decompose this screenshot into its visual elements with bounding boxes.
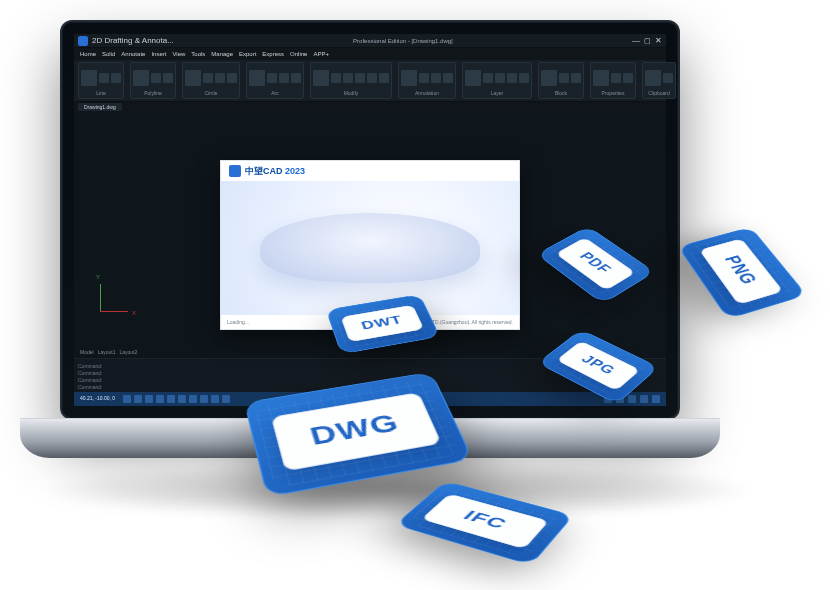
ribbon-tool-icon[interactable]	[507, 73, 517, 83]
ribbon-group-label: Clipboard	[645, 90, 673, 96]
menu-manage[interactable]: Manage	[211, 51, 233, 57]
layout-tab-layout2[interactable]: Layout2	[119, 349, 137, 355]
ribbon-group-annotation: Annotation	[398, 62, 456, 99]
status-toggle-icon[interactable]	[189, 395, 197, 403]
product-name: 中望CAD 2023	[245, 165, 305, 178]
file-ext-label: DWG	[271, 392, 441, 472]
document-tab[interactable]: Drawing1.dwg	[78, 103, 122, 111]
status-toggles	[123, 395, 230, 403]
ribbon-tool-icon[interactable]	[559, 73, 569, 83]
status-toggle-icon[interactable]	[178, 395, 186, 403]
ribbon-tool-icon[interactable]	[133, 70, 149, 86]
ribbon-tool-icon[interactable]	[419, 73, 429, 83]
ribbon-tool-icon[interactable]	[465, 70, 481, 86]
ribbon-tool-icon[interactable]	[291, 73, 301, 83]
status-toggle-icon[interactable]	[222, 395, 230, 403]
ribbon-tool-icon[interactable]	[623, 73, 633, 83]
ribbon-tool-icon[interactable]	[267, 73, 277, 83]
ribbon-tool-icon[interactable]	[331, 73, 341, 83]
ribbon-tool-icon[interactable]	[279, 73, 289, 83]
ribbon-group-label: Line	[81, 90, 121, 96]
ribbon-tool-icon[interactable]	[519, 73, 529, 83]
menubar: HomeSolidAnnotateInsertViewToolsManageEx…	[74, 48, 666, 60]
status-toggle-icon[interactable]	[167, 395, 175, 403]
layout-tab-model[interactable]: Model	[80, 349, 94, 355]
ribbon-tool-icon[interactable]	[401, 70, 417, 86]
menu-online[interactable]: Online	[290, 51, 307, 57]
file-ext-label: PNG	[699, 238, 784, 305]
menu-view[interactable]: View	[172, 51, 185, 57]
ribbon-tool-icon[interactable]	[571, 73, 581, 83]
ribbon-tool-icon[interactable]	[203, 73, 213, 83]
menu-home[interactable]: Home	[80, 51, 96, 57]
product-year: 2023	[285, 166, 305, 176]
ribbon-tool-icon[interactable]	[367, 73, 377, 83]
maximize-icon[interactable]: ▢	[644, 37, 651, 45]
menu-tools[interactable]: Tools	[191, 51, 205, 57]
titlebar: 2D Drafting & Annota... Professional Edi…	[74, 34, 666, 48]
ribbon-tool-icon[interactable]	[495, 73, 505, 83]
ribbon-tool-icon[interactable]	[343, 73, 353, 83]
ribbon-group-label: Block	[541, 90, 581, 96]
ribbon-group-properties: Properties	[590, 62, 636, 99]
ribbon-group-label: Arc	[249, 90, 301, 96]
ribbon-tool-icon[interactable]	[111, 73, 121, 83]
ribbon-group-line: Line	[78, 62, 124, 99]
ribbon-tool-icon[interactable]	[379, 73, 389, 83]
ribbon-tool-icon[interactable]	[185, 70, 201, 86]
coordinates: 40.21, -10.00, 0	[80, 395, 115, 403]
workspace-tab[interactable]: 2D Drafting & Annota...	[92, 36, 174, 45]
close-icon[interactable]: ✕	[655, 36, 662, 45]
app-logo-icon	[78, 36, 88, 46]
ribbon-tool-icon[interactable]	[593, 70, 609, 86]
status-toggle-icon[interactable]	[156, 395, 164, 403]
layout-tab-layout1[interactable]: Layout1	[98, 349, 116, 355]
status-tool-icon[interactable]	[628, 395, 636, 403]
menu-insert[interactable]: Insert	[151, 51, 166, 57]
menu-express[interactable]: Express	[262, 51, 284, 57]
ribbon-tool-icon[interactable]	[99, 73, 109, 83]
ribbon-tool-icon[interactable]	[443, 73, 453, 83]
ribbon-group-polyline: Polyline	[130, 62, 176, 99]
window-title: Professional Edition - [Drawing1.dwg]	[178, 38, 628, 44]
status-left: 40.21, -10.00, 0	[80, 395, 230, 403]
ribbon-tool-icon[interactable]	[663, 73, 673, 83]
ribbon-tool-icon[interactable]	[227, 73, 237, 83]
ribbon-tool-icon[interactable]	[431, 73, 441, 83]
status-tool-icon[interactable]	[640, 395, 648, 403]
document-tabs: Drawing1.dwg	[74, 102, 666, 112]
ribbon-tool-icon[interactable]	[611, 73, 621, 83]
minimize-icon[interactable]: —	[632, 36, 640, 45]
status-toggle-icon[interactable]	[134, 395, 142, 403]
status-toggle-icon[interactable]	[200, 395, 208, 403]
status-tool-icon[interactable]	[652, 395, 660, 403]
splash-art-ship	[260, 213, 480, 283]
status-toggle-icon[interactable]	[145, 395, 153, 403]
loading-text: Loading...	[227, 319, 249, 325]
ribbon-tool-icon[interactable]	[81, 70, 97, 86]
ribbon-tool-icon[interactable]	[249, 70, 265, 86]
axis-y-label: Y	[96, 274, 100, 280]
ribbon-tool-icon[interactable]	[355, 73, 365, 83]
ribbon-tool-icon[interactable]	[151, 73, 161, 83]
ribbon-tool-icon[interactable]	[645, 70, 661, 86]
ribbon-tool-icon[interactable]	[483, 73, 493, 83]
menu-annotate[interactable]: Annotate	[121, 51, 145, 57]
ribbon-tool-icon[interactable]	[163, 73, 173, 83]
ribbon-tool-icon[interactable]	[313, 70, 329, 86]
status-toggle-icon[interactable]	[123, 395, 131, 403]
status-toggle-icon[interactable]	[211, 395, 219, 403]
layout-tabs: ModelLayout1Layout2	[74, 346, 143, 358]
ribbon-group-label: Modify	[313, 90, 389, 96]
menu-app+[interactable]: APP+	[313, 51, 329, 57]
ribbon-tool-icon[interactable]	[541, 70, 557, 86]
splash-header: 中望CAD 2023	[221, 161, 519, 181]
ribbon-group-circle: Circle	[182, 62, 240, 99]
menu-export[interactable]: Export	[239, 51, 256, 57]
ribbon-group-clipboard: Clipboard	[642, 62, 676, 99]
axis-y-icon	[100, 284, 101, 312]
ribbon-group-arc: Arc	[246, 62, 304, 99]
ribbon-group-label: Circle	[185, 90, 237, 96]
ribbon-tool-icon[interactable]	[215, 73, 225, 83]
menu-solid[interactable]: Solid	[102, 51, 115, 57]
